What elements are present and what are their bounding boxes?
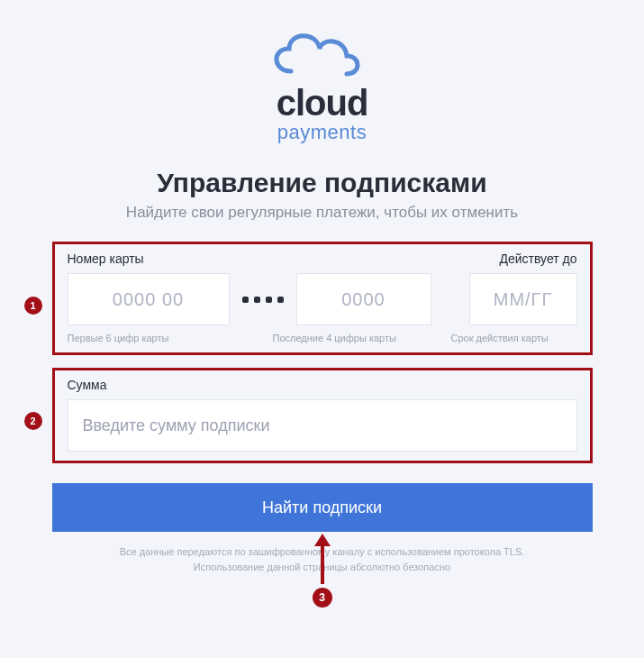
find-subscriptions-button[interactable]: Найти подписки (52, 483, 593, 532)
amount-field-group: 2 Сумма Введите сумму подписки (52, 368, 593, 463)
amount-input[interactable]: Введите сумму подписки (68, 399, 577, 452)
hint-expiry: Срок действия карты (451, 333, 577, 343)
brand-logo: cloud payments (246, 22, 399, 144)
logo-text-top: cloud (246, 85, 399, 121)
amount-label: Сумма (68, 378, 577, 392)
callout-badge-1: 1 (24, 297, 42, 315)
hint-first6: Первые 6 цифр карты (68, 333, 248, 343)
card-expiry-label: Действует до (499, 251, 576, 266)
card-mask-dots (239, 297, 287, 303)
card-last4-input[interactable]: 0000 (296, 273, 431, 325)
card-expiry-input[interactable]: ММ/ГГ (469, 273, 577, 325)
callout-badge-3: 3 (313, 588, 332, 608)
card-number-label: Номер карты (68, 251, 144, 266)
cloud-icon (246, 22, 399, 85)
page-subtitle: Найдите свои регулярные платежи, чтобы и… (126, 204, 518, 222)
hint-last4: Последние 4 цифры карты (273, 333, 426, 343)
callout-badge-2: 2 (24, 412, 42, 430)
card-first6-input[interactable]: 0000 00 (68, 273, 230, 325)
logo-text-bottom: payments (246, 121, 399, 144)
page-root: cloud payments Управление подписками Най… (0, 0, 644, 574)
form-area: 1 Номер карты Действует до 0000 00 0000 … (52, 242, 593, 476)
callout-arrow-3: 3 (313, 534, 332, 608)
card-fields-group: 1 Номер карты Действует до 0000 00 0000 … (52, 242, 593, 355)
page-title: Управление подписками (157, 168, 486, 198)
